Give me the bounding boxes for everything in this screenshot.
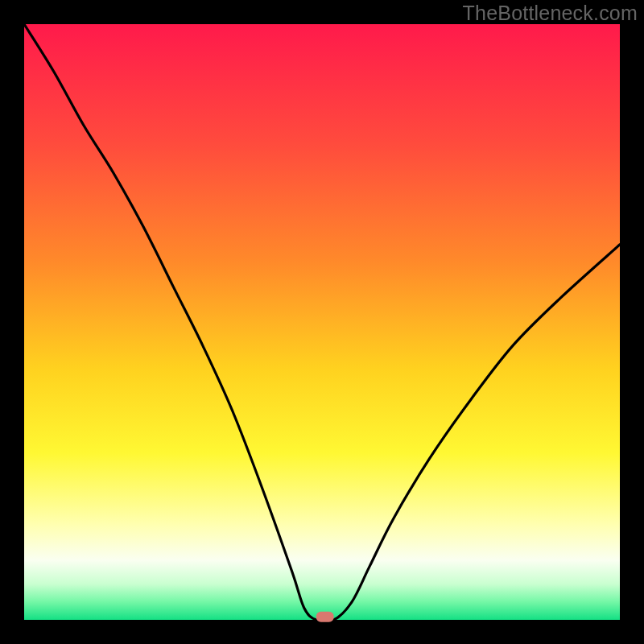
bottleneck-chart: TheBottleneck.com [0,0,644,644]
chart-svg [0,0,644,644]
plot-background [24,24,620,620]
minimum-marker [316,612,334,622]
watermark-text: TheBottleneck.com [463,2,638,25]
